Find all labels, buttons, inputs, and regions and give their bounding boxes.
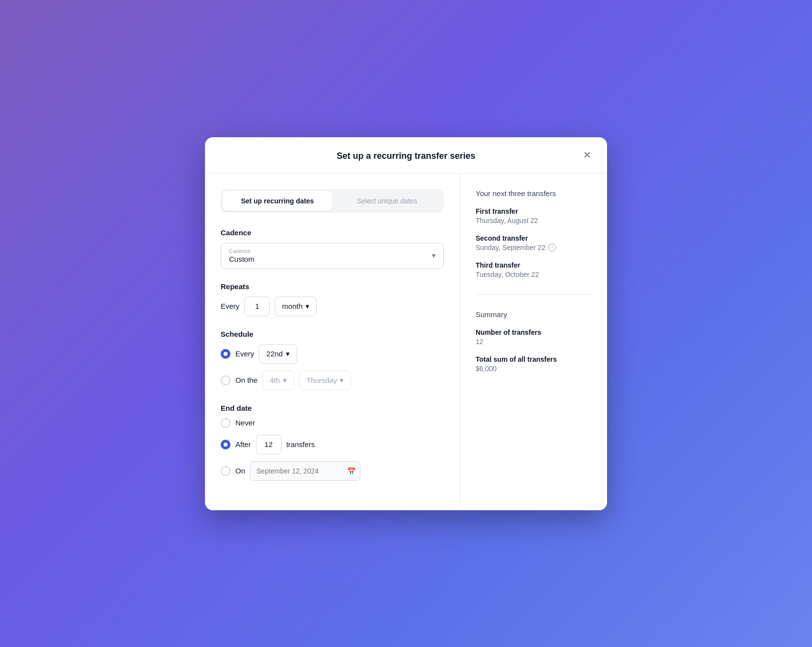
end-after-number-input[interactable] [256,435,281,454]
transfer-date-2: Sunday, September 22 i [476,244,591,251]
schedule-every-day-value: 22nd [266,349,282,358]
left-panel: Set up recurring dates Select unique dat… [205,174,460,510]
end-transfers-label: transfers [286,440,315,448]
cadence-chevron-icon: ▾ [432,251,435,259]
info-icon: i [548,244,556,251]
transfer-name-1: First transfer [476,207,591,215]
transfers-section-title: Your next three transfers [476,189,591,198]
close-button[interactable]: ✕ [581,148,593,162]
summary-title: Summary [476,310,591,319]
summary-section: Summary Number of transfers 12 Total sum… [476,310,591,373]
transfers-section: Your next three transfers First transfer… [476,189,591,295]
end-date-input[interactable] [250,461,360,481]
repeats-unit-chevron-icon: ▾ [305,302,309,311]
end-on-label: On [235,467,245,475]
schedule-every-day-chevron-icon: ▾ [286,349,290,358]
right-panel: Your next three transfers First transfer… [460,174,607,510]
summary-item-total: Total sum of all transfers $6,000 [476,355,591,373]
schedule-day-value: Thursday [306,376,337,384]
schedule-ordinal-chevron-icon: ▾ [283,376,287,385]
schedule-every-row: Every 22nd ▾ [221,344,444,364]
summary-transfers-value: 12 [476,338,591,346]
summary-total-value: $6,000 [476,365,591,373]
schedule-onthe-label: On the [235,376,257,384]
cadence-section: Cadence Cadence Custom ▾ [221,228,444,269]
end-never-label: Never [235,419,255,427]
transfer-item-2: Second transfer Sunday, September 22 i [476,234,591,251]
schedule-onthe-row: On the 4th ▾ Thursday ▾ [221,371,444,390]
transfer-name-3: Third transfer [476,261,591,269]
schedule-label: Schedule [221,330,444,338]
repeats-unit-dropdown[interactable]: month ▾ [275,297,317,316]
schedule-day-chevron-icon: ▾ [340,376,344,385]
modal-header: Set up a recurring transfer series ✕ [205,137,607,174]
schedule-day-dropdown[interactable]: Thursday ▾ [299,371,352,390]
transfer-date-2-text: Sunday, September 22 [476,244,545,251]
end-after-row: After transfers [221,435,444,454]
end-date-label: End date [221,404,444,412]
transfer-name-2: Second transfer [476,234,591,242]
transfer-item-3: Third transfer Tuesday, October 22 [476,261,591,278]
schedule-section: Schedule Every 22nd ▾ On the 4th [221,330,444,390]
schedule-onthe-radio[interactable] [221,375,230,385]
repeats-number-input[interactable] [244,297,270,316]
schedule-ordinal-value: 4th [270,376,280,384]
modal-body: Set up recurring dates Select unique dat… [205,174,607,510]
end-after-label: After [235,440,251,448]
end-on-row: On 📅 [221,461,444,481]
summary-transfers-label: Number of transfers [476,328,591,336]
tab-unique-dates[interactable]: Select unique dates [332,191,442,211]
end-never-radio[interactable] [221,418,230,428]
end-after-radio[interactable] [221,440,230,449]
end-never-row: Never [221,418,444,428]
schedule-every-radio[interactable] [221,349,230,359]
transfer-item-1: First transfer Thursday, August 22 [476,207,591,224]
end-on-radio[interactable] [221,466,230,476]
summary-item-transfers: Number of transfers 12 [476,328,591,346]
cadence-value: Custom [229,255,435,263]
modal: Set up a recurring transfer series ✕ Set… [205,137,607,510]
calendar-icon: 📅 [347,467,355,475]
cadence-label: Cadence [221,228,444,237]
repeats-row: Every month ▾ [221,297,444,316]
end-date-input-wrapper: 📅 [250,461,360,481]
repeats-section: Repeats Every month ▾ [221,282,444,316]
end-date-section: End date Never After transfers On [221,404,444,481]
transfer-date-1: Thursday, August 22 [476,217,591,224]
repeats-unit-value: month [282,302,303,310]
cadence-select[interactable]: Cadence Custom ▾ [221,243,444,269]
tab-recurring-dates[interactable]: Set up recurring dates [223,191,332,211]
summary-total-label: Total sum of all transfers [476,355,591,363]
tab-switcher: Set up recurring dates Select unique dat… [221,189,444,213]
every-label: Every [221,302,239,310]
schedule-every-label: Every [235,349,254,358]
modal-title: Set up a recurring transfer series [336,151,475,161]
schedule-ordinal-dropdown[interactable]: 4th ▾ [262,371,294,390]
repeats-label: Repeats [221,282,444,291]
schedule-every-day-dropdown[interactable]: 22nd ▾ [259,344,297,364]
transfer-date-3: Tuesday, October 22 [476,271,591,278]
cadence-field-label: Cadence [229,248,435,254]
